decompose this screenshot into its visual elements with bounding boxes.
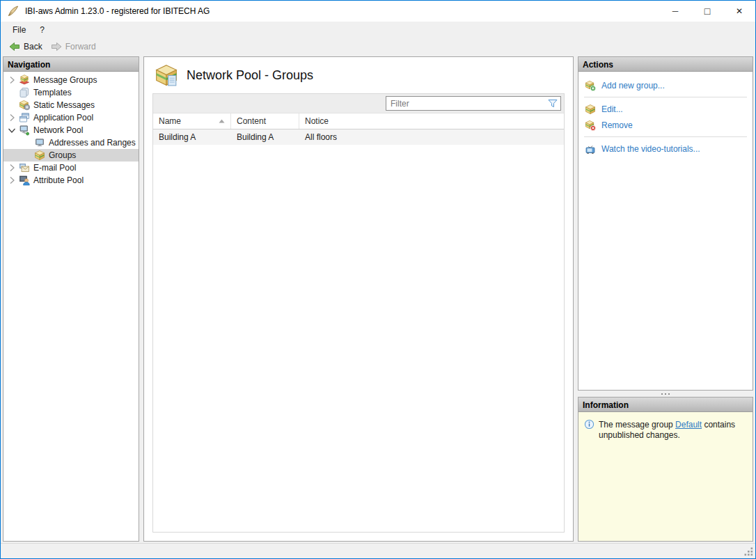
sidebar-item-groups[interactable]: Groups bbox=[3, 149, 139, 162]
panel-splitter[interactable] bbox=[578, 391, 753, 397]
action-label[interactable]: Remove bbox=[601, 120, 633, 130]
separator bbox=[584, 97, 747, 97]
table-body: Building ABuilding AAll floors bbox=[153, 129, 564, 145]
sidebar-item-static-messages[interactable]: Static Messages bbox=[3, 99, 139, 111]
right-column: Actions Add new group...Edit...RemoveWat… bbox=[578, 56, 753, 542]
action-remove[interactable]: Remove bbox=[584, 117, 747, 133]
resize-grip-icon[interactable] bbox=[744, 547, 753, 556]
close-button[interactable]: ✕ bbox=[723, 1, 755, 22]
chevron-down-icon[interactable] bbox=[5, 125, 19, 136]
content-panel: Network Pool - Groups NameContentNotice … bbox=[143, 56, 574, 542]
titlebar: IBI-aws Admin 1.23.0 - registered for IB… bbox=[1, 1, 755, 22]
static-messages-icon bbox=[19, 100, 30, 111]
chevron-right-icon[interactable] bbox=[5, 162, 19, 173]
sidebar-item-label: Static Messages bbox=[33, 100, 95, 110]
toolbar: Back Forward bbox=[1, 38, 755, 55]
actions-header: Actions bbox=[578, 57, 753, 72]
filter-strip bbox=[153, 94, 564, 113]
app-window: IBI-aws Admin 1.23.0 - registered for IB… bbox=[0, 0, 756, 559]
default-group-link[interactable]: Default bbox=[675, 420, 702, 430]
table-cell: Building A bbox=[153, 129, 231, 145]
addresses-and-ranges-icon bbox=[34, 137, 45, 148]
action-add-new-group[interactable]: Add new group... bbox=[584, 77, 747, 93]
information-panel: Information The message group Default co… bbox=[578, 397, 753, 542]
sidebar-item-addresses-and-ranges[interactable]: Addresses and Ranges bbox=[3, 136, 139, 149]
video-tutorials-icon bbox=[585, 143, 596, 155]
add-group-icon bbox=[585, 80, 596, 91]
navigation-tree: Message GroupsTemplatesStatic MessagesAp… bbox=[3, 72, 139, 187]
filter-funnel-icon[interactable] bbox=[547, 98, 558, 109]
sidebar-item-label: Attribute Pool bbox=[33, 175, 84, 185]
back-button[interactable]: Back bbox=[5, 40, 47, 54]
attribute-pool-icon bbox=[19, 175, 30, 186]
sidebar-item-e-mail-pool[interactable]: E-mail Pool bbox=[3, 162, 139, 174]
information-header: Information bbox=[578, 397, 753, 412]
back-label: Back bbox=[24, 42, 42, 52]
window-controls: ─ □ ✕ bbox=[659, 1, 755, 22]
table-row[interactable]: Building ABuilding AAll floors bbox=[153, 129, 564, 145]
main-area: Navigation Message GroupsTemplatesStatic… bbox=[1, 55, 755, 543]
actions-list: Add new group...Edit...RemoveWatch the v… bbox=[578, 72, 753, 157]
column-header-content[interactable]: Content bbox=[231, 113, 299, 129]
statusbar bbox=[1, 543, 755, 558]
action-label[interactable]: Watch the video-tutorials... bbox=[601, 144, 700, 154]
chevron-right-icon[interactable] bbox=[5, 112, 19, 123]
action-watch-video-tutorials[interactable]: Watch the video-tutorials... bbox=[584, 141, 747, 157]
minimize-button[interactable]: ─ bbox=[659, 1, 691, 22]
application-pool-icon bbox=[19, 112, 30, 123]
sidebar-item-attribute-pool[interactable]: Attribute Pool bbox=[3, 174, 139, 187]
column-header-notice[interactable]: Notice bbox=[299, 113, 564, 129]
forward-button[interactable]: Forward bbox=[47, 40, 100, 54]
filter-field[interactable] bbox=[386, 96, 561, 111]
action-edit[interactable]: Edit... bbox=[584, 101, 747, 117]
sidebar-item-label: Application Pool bbox=[33, 113, 93, 123]
sort-asc-icon bbox=[219, 119, 225, 123]
back-arrow-icon bbox=[9, 41, 20, 52]
sidebar-item-application-pool[interactable]: Application Pool bbox=[3, 111, 139, 124]
table-header: NameContentNotice bbox=[153, 113, 564, 129]
chevron-right-icon[interactable] bbox=[5, 74, 19, 86]
forward-label: Forward bbox=[65, 42, 96, 52]
chevron-placeholder bbox=[5, 100, 19, 111]
network-groups-icon bbox=[155, 63, 178, 87]
column-header-name[interactable]: Name bbox=[153, 113, 231, 129]
column-label: Name bbox=[159, 116, 181, 126]
message-groups-icon bbox=[19, 74, 30, 86]
action-label[interactable]: Edit... bbox=[601, 104, 623, 114]
navigation-panel: Navigation Message GroupsTemplatesStatic… bbox=[3, 56, 139, 542]
sidebar-item-label: Network Pool bbox=[33, 125, 83, 135]
information-message: The message group Default contains unpub… bbox=[599, 420, 747, 533]
network-pool-icon bbox=[19, 125, 30, 136]
chevron-placeholder bbox=[5, 87, 19, 98]
menu-help[interactable]: ? bbox=[33, 23, 52, 37]
action-label[interactable]: Add new group... bbox=[601, 81, 665, 90]
sidebar-item-templates[interactable]: Templates bbox=[3, 86, 139, 99]
filter-input[interactable] bbox=[386, 99, 547, 109]
email-pool-icon bbox=[19, 162, 30, 173]
navigation-header: Navigation bbox=[3, 57, 139, 72]
groups-icon bbox=[34, 150, 45, 161]
menubar: File ? bbox=[1, 22, 755, 38]
menu-file[interactable]: File bbox=[6, 23, 33, 37]
remove-group-icon bbox=[585, 120, 596, 131]
chevron-right-icon[interactable] bbox=[5, 175, 19, 186]
sidebar-item-label: Message Groups bbox=[33, 75, 97, 85]
sidebar-item-label: Groups bbox=[49, 150, 76, 160]
table-cell: Building A bbox=[231, 129, 299, 145]
info-icon bbox=[584, 419, 594, 430]
column-label: Notice bbox=[305, 116, 329, 126]
actions-panel: Actions Add new group...Edit...RemoveWat… bbox=[578, 56, 753, 391]
sidebar-item-message-groups[interactable]: Message Groups bbox=[3, 74, 139, 86]
window-title: IBI-aws Admin 1.23.0 - registered for IB… bbox=[25, 6, 210, 16]
sidebar-item-network-pool[interactable]: Network Pool bbox=[3, 124, 139, 136]
groups-list: NameContentNotice Building ABuilding AAl… bbox=[152, 93, 565, 533]
maximize-button[interactable]: □ bbox=[691, 1, 723, 22]
forward-arrow-icon bbox=[51, 41, 62, 52]
sidebar-item-label: Templates bbox=[33, 88, 72, 97]
information-content: The message group Default contains unpub… bbox=[578, 412, 753, 541]
separator bbox=[584, 136, 747, 137]
sidebar-item-label: E-mail Pool bbox=[33, 163, 76, 173]
content-header: Network Pool - Groups bbox=[144, 57, 573, 93]
page-title: Network Pool - Groups bbox=[187, 68, 313, 83]
templates-icon bbox=[19, 87, 30, 98]
